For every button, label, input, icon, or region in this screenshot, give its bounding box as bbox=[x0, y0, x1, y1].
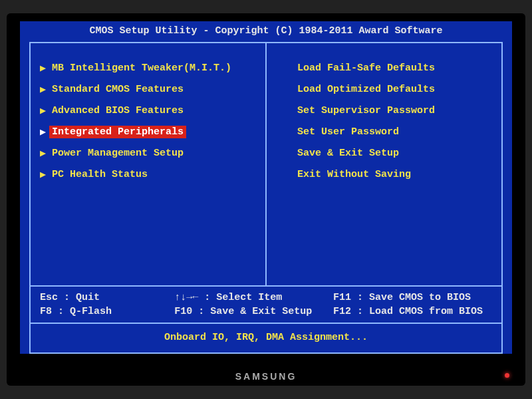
menu-item-label: Standard CMOS Features bbox=[49, 83, 186, 96]
right-menu-column: Load Fail-Safe Defaults Load Optimized D… bbox=[267, 43, 501, 285]
triangle-icon: ▶ bbox=[40, 62, 49, 74]
left-menu-column: ▶ MB Intelligent Tweaker(M.I.T.) ▶ Stand… bbox=[31, 43, 267, 285]
menu-pc-health-status[interactable]: ▶ PC Health Status bbox=[40, 167, 256, 182]
menu-exit-without-saving[interactable]: Exit Without Saving bbox=[276, 167, 492, 182]
menu-item-label: Advanced BIOS Features bbox=[49, 104, 186, 117]
title-bar: CMOS Setup Utility - Copyright (C) 1984-… bbox=[20, 21, 512, 42]
triangle-icon: ▶ bbox=[40, 168, 49, 181]
menu-item-label: Load Optimized Defaults bbox=[295, 83, 438, 96]
menu-load-failsafe-defaults[interactable]: Load Fail-Safe Defaults bbox=[276, 61, 492, 75]
menu-integrated-peripherals[interactable]: ▶ Integrated Peripherals bbox=[40, 124, 256, 139]
menu-power-management-setup[interactable]: ▶ Power Management Setup bbox=[40, 146, 256, 160]
help-f10-save-exit: F10 : Save & Exit Setup bbox=[174, 306, 333, 317]
menu-item-label: Integrated Peripherals bbox=[49, 126, 186, 138]
help-f11-save: F11 : Save CMOS to BIOS bbox=[333, 292, 492, 303]
triangle-icon: ▶ bbox=[40, 126, 49, 138]
menu-item-label: Load Fail-Safe Defaults bbox=[295, 62, 438, 74]
menu-item-label: MB Intelligent Tweaker(M.I.T.) bbox=[49, 62, 234, 74]
bios-screen: CMOS Setup Utility - Copyright (C) 1984-… bbox=[20, 21, 512, 354]
menu-set-supervisor-password[interactable]: Set Supervisor Password bbox=[276, 103, 492, 118]
main-box: ▶ MB Intelligent Tweaker(M.I.T.) ▶ Stand… bbox=[29, 42, 503, 354]
menu-set-user-password[interactable]: Set User Password bbox=[276, 124, 492, 139]
menu-load-optimized-defaults[interactable]: Load Optimized Defaults bbox=[276, 82, 492, 96]
help-f8-qflash: F8 : Q-Flash bbox=[40, 306, 174, 317]
monitor-bezel: CMOS Setup Utility - Copyright (C) 1984-… bbox=[7, 13, 525, 386]
help-bar: Esc : Quit ↑↓→← : Select Item F11 : Save… bbox=[31, 285, 501, 323]
menu-item-label: PC Health Status bbox=[49, 168, 150, 181]
menu-item-label: Set User Password bbox=[295, 126, 402, 138]
triangle-icon: ▶ bbox=[40, 83, 49, 96]
help-f12-load: F12 : Load CMOS from BIOS bbox=[333, 306, 492, 317]
menu-columns: ▶ MB Intelligent Tweaker(M.I.T.) ▶ Stand… bbox=[31, 43, 501, 285]
help-arrows-select: ↑↓→← : Select Item bbox=[174, 292, 333, 303]
item-description: Onboard IO, IRQ, DMA Assignment... bbox=[31, 323, 501, 352]
menu-standard-cmos-features[interactable]: ▶ Standard CMOS Features bbox=[40, 82, 256, 96]
power-led-icon bbox=[505, 373, 509, 378]
triangle-icon: ▶ bbox=[40, 104, 49, 117]
menu-save-exit-setup[interactable]: Save & Exit Setup bbox=[276, 146, 492, 160]
menu-item-label: Save & Exit Setup bbox=[295, 147, 402, 160]
triangle-icon: ▶ bbox=[40, 147, 49, 160]
menu-item-label: Exit Without Saving bbox=[295, 168, 414, 181]
menu-mb-intelligent-tweaker[interactable]: ▶ MB Intelligent Tweaker(M.I.T.) bbox=[40, 61, 256, 75]
menu-item-label: Power Management Setup bbox=[49, 147, 186, 160]
help-esc-quit: Esc : Quit bbox=[40, 292, 174, 303]
menu-item-label: Set Supervisor Password bbox=[295, 104, 438, 117]
menu-advanced-bios-features[interactable]: ▶ Advanced BIOS Features bbox=[40, 103, 256, 118]
monitor-brand-label: SAMSUNG bbox=[235, 371, 297, 382]
